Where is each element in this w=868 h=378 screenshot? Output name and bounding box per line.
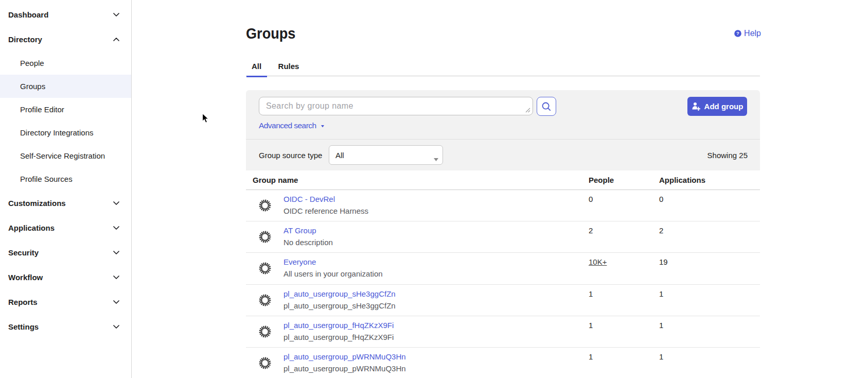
svg-text:?: ? xyxy=(736,30,739,36)
